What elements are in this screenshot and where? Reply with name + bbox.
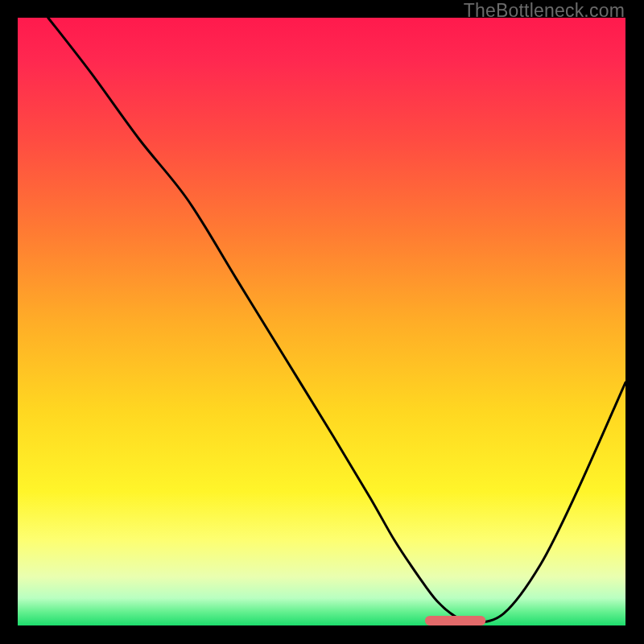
bottleneck-chart bbox=[18, 18, 625, 625]
chart-frame bbox=[18, 18, 625, 625]
optimal-range-marker bbox=[425, 616, 486, 625]
chart-background bbox=[18, 18, 625, 625]
